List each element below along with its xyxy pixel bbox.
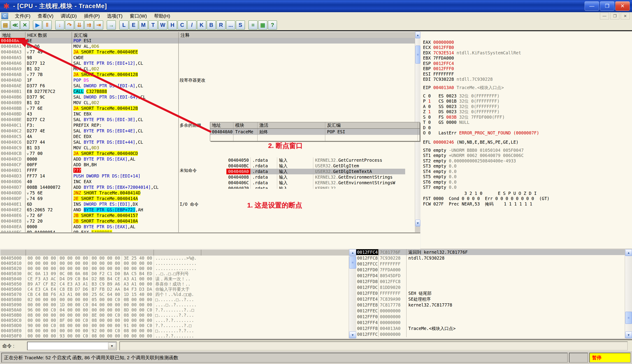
imports-row[interactable]: 004040A0.rdata输入USER32.GetDlgItemTextA [226,169,405,174]
stack-row[interactable]: 0012FFE87C817778kernel32.7C817778 [356,302,625,308]
disasm-row[interactable]: 004040A05EPOP ESI [0,38,415,44]
menu-item-h[interactable]: 帮助(H) [151,12,174,20]
open-file-button[interactable]: ▤ [1,20,10,30]
breakpoint-row[interactable]: 004040A0TraceMe始终POP ESI [210,129,420,135]
view-cpu-button[interactable]: C [178,20,187,30]
view-breakpoints-button[interactable]: B [207,20,216,30]
dump-row[interactable]: 004050E008 00 00 0000 00 00 0092 00 00 C… [0,328,349,333]
dump-header-ascii[interactable] [154,250,201,256]
stack-row[interactable]: 0012FFE47C839A90SE处理程序 [356,296,625,302]
disasm-row[interactable]: 004040A1B0 D6MOV AL,0D6 [0,44,415,49]
mdi-restore-button[interactable]: ❐ [610,13,619,20]
disasm-scroll-down-icon[interactable]: ▼ [415,220,420,226]
stack-scroll-down-icon[interactable]: ▼ [625,332,632,338]
disasm-header-address[interactable]: 地址 [1,32,26,38]
stack-scroll-thumb[interactable]: ≡ [625,312,632,324]
close-process-button[interactable]: ✕ [20,20,29,30]
stack-scroll-up-icon[interactable]: ▲ [625,249,632,256]
menu-item-d[interactable]: 调试(D) [57,12,80,20]
command-dropdown-icon[interactable]: ▼ [108,342,116,349]
dump-scroll-down-icon[interactable]: ▼ [349,332,356,338]
dump-header-address[interactable] [1,250,26,256]
disasm-row[interactable]: 004040BED277 C2SAL BYTE PTR DS:[EDI-3E],… [0,117,415,122]
stack-row[interactable]: 0012FFD480545DFD [356,273,625,278]
dump-header-hex[interactable] [26,250,154,256]
step-into-button[interactable]: ↓ [55,20,64,30]
disasm-row[interactable]: 004040A598CWDE [0,55,415,60]
disasm-row[interactable]: 004040EA0000ADD BYTE PTR DS:[EAX],AL [0,224,415,230]
view-log-button[interactable]: L [119,20,128,30]
dump-scrollbar[interactable]: ▲ ≡ ▼ [349,249,356,338]
stack-row[interactable]: 0012FFCCFFFFFFFF [356,261,625,267]
disasm-row[interactable]: 004040E8v72 20JB SHORT TraceMe.0040410A [0,218,415,224]
menu-item-f[interactable]: 文件(F) [11,12,34,20]
dump-row[interactable]: 00405070CB C4 B8 F6A3 A1 00 0025 6C 64 0… [0,292,349,297]
view-threads-button[interactable]: T [149,20,158,30]
menu-item-t[interactable]: 选项(T) [103,12,126,20]
view-call-stack-button[interactable]: K [197,20,206,30]
disasm-row[interactable]: 004040C9B1 D3MOV CL,0D3 [0,145,415,151]
breakpoint-header-cell[interactable]: 激活 [257,122,325,128]
disasm-row[interactable]: 004040ABv77 7BJA SHORT TraceMe.00404128 [0,72,415,77]
disasm-row[interactable]: 004040BD43INC EBX [0,111,415,117]
breakpoint-header-cell[interactable]: 模块 [233,122,257,128]
appearance-button[interactable]: ▦ [258,20,267,30]
menu-item-w[interactable]: 窗口(W) [126,12,151,20]
minimize-button[interactable]: — [585,1,599,11]
dump-row[interactable]: 004050300C 0A 13 090C 0B 0A 08D0 F2 C1 D… [0,271,349,276]
dump-row[interactable]: 004050F000 00 00 0093 00 00 C008 00 00 0… [0,333,349,338]
disasm-row[interactable]: 004040AD1FPOP DS段寄存器更改 [0,77,415,83]
debugging-options-button[interactable]: ≡ [248,20,257,30]
pause-button[interactable]: ‖ [43,20,52,30]
restart-button[interactable]: ≪ [11,20,20,30]
imports-row[interactable]: 00404050.rdata输入KERNEL32.GetCurrentProce… [226,158,405,163]
stack-row[interactable]: 0012FFFC00000000 [356,331,625,337]
dump-pane[interactable]: 0040500000 00 00 0000 00 00 0000 00 00 0… [0,256,349,338]
disasm-scroll-thumb[interactable]: ≡ [415,46,420,64]
disasm-row[interactable]: 004040BBv77 6EJA SHORT TraceMe.0040412B [0,106,415,111]
dump-row[interactable]: 004050D090 00 00 C008 00 00 0000 00 00 0… [0,323,349,328]
dump-row[interactable]: 00405040CE F3 A3 ACD4 D9 C0 B4D2 BB B4 C… [0,276,349,282]
mdi-minimize-button[interactable]: — [600,13,609,20]
disasm-row[interactable]: 004040EC0D 0A000054OR EAX,5400000A [0,230,415,232]
view-executables-button[interactable]: E [129,20,138,30]
stack-pane[interactable]: 0012FFC47C81776F返回到 kernel32.7C81776F001… [356,249,625,338]
disasm-row[interactable]: 004040DFv74 69JE SHORT TraceMe.0040414A [0,196,415,202]
dump-row[interactable]: 0040502000 00 00 0000 00 00 0000 00 00 0… [0,266,349,271]
dump-row[interactable]: 0040508002 00 00 0000 00 00 0005 00 00 C… [0,297,349,302]
animate-over-button[interactable]: ⇉ [84,20,93,30]
dump-scroll-thumb[interactable]: ≡ [349,256,356,268]
view-handles-button[interactable]: H [168,20,177,30]
imports-row[interactable]: 00404070.rdata输入KERNEL32. [226,186,405,189]
stack-row[interactable]: 0012FFF000000000 [356,314,625,320]
breakpoint-header-cell[interactable]: 地址 [210,122,233,128]
dump-row[interactable]: 0040509000 00 00 001D 00 00 C004 00 00 0… [0,302,349,308]
disasm-header-disassembly[interactable]: 反汇编 [72,32,179,38]
step-over-button[interactable]: ↷ [65,20,74,30]
view-windows-button[interactable]: W [158,20,167,30]
view-run-trace-button[interactable]: ... [226,20,235,30]
run-button[interactable]: ▶ [33,20,42,30]
stack-row[interactable]: 0012FFDC81DD9020 [356,284,625,290]
dump-row[interactable]: 00405050B9 A7 CF B2C4 E3 A3 A1B3 C9 B9 A… [0,282,349,287]
disasm-row[interactable]: 004040A9B1 D2MOV CL,0D2 [0,66,415,72]
disasm-row[interactable]: 004040AED377 F6SAL DWORD PTR DS:[EDI-A],… [0,83,415,89]
dump-row[interactable]: 004050B008 00 00 0000 00 00 008E 00 00 C… [0,312,349,318]
animate-into-button[interactable]: ⇊ [75,20,84,30]
imports-row[interactable]: 004040BC.rdata输入USER32.GetDlgItem [226,163,405,169]
help-button[interactable]: ? [268,20,277,30]
stack-row[interactable]: 0012FFC47C81776F返回到 kernel32.7C81776F [356,249,625,255]
disasm-row[interactable]: 004040B9B1 D2MOV CL,0D2 [0,100,415,106]
view-patches-button[interactable]: / [187,20,196,30]
go-to-button[interactable]: → [107,20,116,30]
stack-row[interactable]: 0012FFF8004013A0TraceMe.<模块入口点> [356,326,625,331]
dump-row[interactable]: 0040501000 00 00 0000 00 00 0000 00 00 0… [0,261,349,266]
dump-scroll-up-icon[interactable]: ▲ [349,249,356,256]
disasm-header-comment[interactable]: 注释 [179,32,415,38]
disasm-row[interactable]: 004040E265:2065 72AND BYTE PTR GS:[EBP+7… [0,207,415,213]
view-source-button[interactable]: S [236,20,245,30]
stack-row[interactable]: 0012FFE0FFFFFFFFSEH 链尾部 [356,290,625,296]
stack-row[interactable]: 0012FFEC00000000 [356,308,625,314]
disasm-row[interactable]: 004040A3v77 49JA SHORT TraceMe.004040EE [0,49,415,55]
view-memory-button[interactable]: M [139,20,148,30]
